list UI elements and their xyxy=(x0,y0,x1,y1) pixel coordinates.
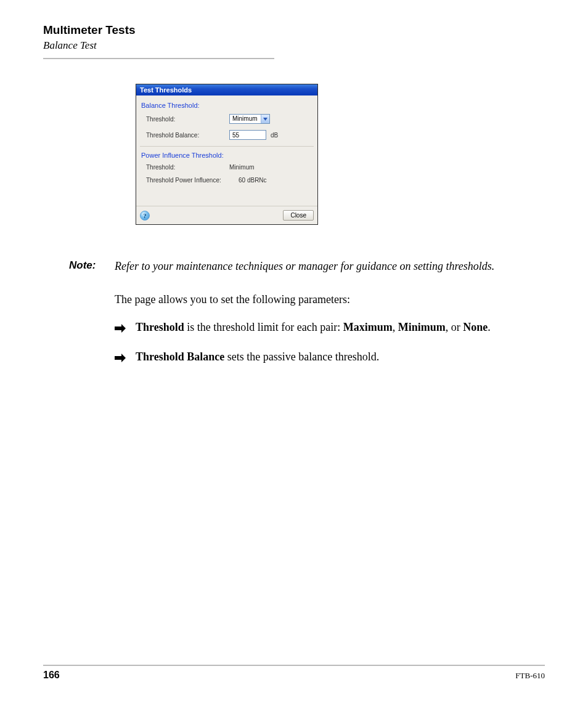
help-icon[interactable]: ? xyxy=(140,211,150,221)
threshold-select[interactable]: Minimum xyxy=(229,114,270,124)
model-label: FTB-610 xyxy=(515,671,545,681)
pi-threshold-value: Minimum xyxy=(229,164,255,171)
bullet-text: Threshold is the threshold limit for eac… xyxy=(136,319,491,338)
dialog-title: Test Thresholds xyxy=(136,84,317,95)
dialog-test-thresholds: Test Thresholds Balance Threshold: Thres… xyxy=(136,84,318,225)
bullet-text: Threshold Balance sets the passive balan… xyxy=(136,349,379,367)
chevron-down-icon[interactable] xyxy=(261,115,269,123)
pi-value-label: Threshold Power Influence: xyxy=(146,177,239,184)
intro-text: The page allows you to set the following… xyxy=(115,291,545,308)
section-title: Balance Test xyxy=(43,39,545,52)
threshold-balance-input[interactable] xyxy=(229,130,266,140)
note-label: Note: xyxy=(69,258,115,274)
pi-value: 60 dBRNc xyxy=(239,177,267,184)
group-divider xyxy=(140,146,314,147)
group-power-influence-label: Power Influence Threshold: xyxy=(141,152,312,159)
header-divider xyxy=(43,58,274,59)
close-button[interactable]: Close xyxy=(283,210,314,221)
pi-threshold-label: Threshold: xyxy=(146,164,229,171)
page-number: 166 xyxy=(43,670,60,681)
threshold-balance-unit: dB xyxy=(271,132,278,139)
chapter-title: Multimeter Tests xyxy=(43,23,545,37)
footer-divider xyxy=(43,665,545,666)
threshold-label: Threshold: xyxy=(146,116,229,123)
threshold-balance-label: Threshold Balance: xyxy=(146,132,229,139)
bullet-icon xyxy=(115,319,136,338)
threshold-select-value: Minimum xyxy=(230,115,261,123)
group-balance-threshold-label: Balance Threshold: xyxy=(141,102,312,109)
note-text: Refer to your maintenance techniques or … xyxy=(115,258,494,274)
bullet-icon xyxy=(115,349,136,367)
